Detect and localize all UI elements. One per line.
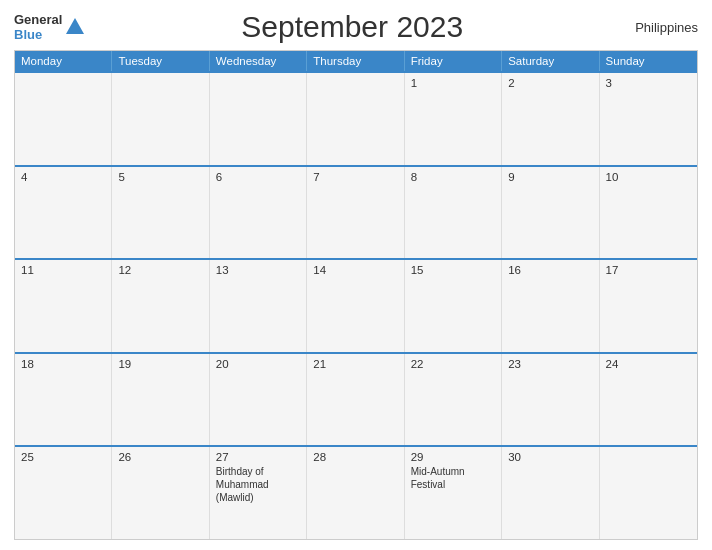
day-number: 12 — [118, 264, 202, 276]
week-row-4: 18192021222324 — [15, 352, 697, 446]
day-cell: 22 — [405, 354, 502, 446]
day-number: 30 — [508, 451, 592, 463]
day-cell — [112, 73, 209, 165]
day-number: 3 — [606, 77, 691, 89]
day-cell: 7 — [307, 167, 404, 259]
day-cell: 17 — [600, 260, 697, 352]
calendar-grid: MondayTuesdayWednesdayThursdayFridaySatu… — [14, 50, 698, 540]
weeks-container: 1234567891011121314151617181920212223242… — [15, 71, 697, 539]
day-cell: 30 — [502, 447, 599, 539]
day-cell: 19 — [112, 354, 209, 446]
day-cell: 6 — [210, 167, 307, 259]
day-number: 15 — [411, 264, 495, 276]
day-number: 20 — [216, 358, 300, 370]
day-number: 23 — [508, 358, 592, 370]
day-cell: 15 — [405, 260, 502, 352]
event-label: Mid-Autumn Festival — [411, 465, 495, 491]
day-number: 13 — [216, 264, 300, 276]
day-cell: 10 — [600, 167, 697, 259]
day-number: 25 — [21, 451, 105, 463]
calendar-title: September 2023 — [86, 10, 618, 44]
day-number: 14 — [313, 264, 397, 276]
day-cell: 9 — [502, 167, 599, 259]
day-number: 1 — [411, 77, 495, 89]
day-number: 27 — [216, 451, 300, 463]
day-number: 16 — [508, 264, 592, 276]
week-row-1: 123 — [15, 71, 697, 165]
week-row-3: 11121314151617 — [15, 258, 697, 352]
day-cell: 11 — [15, 260, 112, 352]
day-cell: 24 — [600, 354, 697, 446]
day-number: 10 — [606, 171, 691, 183]
day-header-tuesday: Tuesday — [112, 51, 209, 71]
day-cell: 3 — [600, 73, 697, 165]
day-header-monday: Monday — [15, 51, 112, 71]
day-header-wednesday: Wednesday — [210, 51, 307, 71]
svg-marker-0 — [66, 18, 84, 34]
country-label: Philippines — [618, 20, 698, 35]
day-headers-row: MondayTuesdayWednesdayThursdayFridaySatu… — [15, 51, 697, 71]
day-number: 4 — [21, 171, 105, 183]
day-number: 6 — [216, 171, 300, 183]
day-cell: 12 — [112, 260, 209, 352]
day-header-saturday: Saturday — [502, 51, 599, 71]
logo: General Blue — [14, 12, 86, 42]
day-cell: 14 — [307, 260, 404, 352]
day-cell — [210, 73, 307, 165]
day-cell: 16 — [502, 260, 599, 352]
week-row-5: 252627Birthday of Muhammad (Mawlid)2829M… — [15, 445, 697, 539]
day-header-sunday: Sunday — [600, 51, 697, 71]
week-row-2: 45678910 — [15, 165, 697, 259]
day-number: 18 — [21, 358, 105, 370]
day-number: 8 — [411, 171, 495, 183]
day-header-thursday: Thursday — [307, 51, 404, 71]
day-cell — [307, 73, 404, 165]
day-cell: 1 — [405, 73, 502, 165]
calendar-page: General Blue September 2023 Philippines … — [0, 0, 712, 550]
header: General Blue September 2023 Philippines — [14, 10, 698, 44]
day-header-friday: Friday — [405, 51, 502, 71]
logo-blue-text: Blue — [14, 27, 42, 42]
event-label: Birthday of Muhammad (Mawlid) — [216, 465, 300, 504]
day-number: 24 — [606, 358, 691, 370]
day-number: 29 — [411, 451, 495, 463]
day-number: 28 — [313, 451, 397, 463]
day-cell: 27Birthday of Muhammad (Mawlid) — [210, 447, 307, 539]
day-cell: 13 — [210, 260, 307, 352]
day-cell: 25 — [15, 447, 112, 539]
day-cell: 21 — [307, 354, 404, 446]
day-number: 22 — [411, 358, 495, 370]
day-number: 9 — [508, 171, 592, 183]
day-number: 19 — [118, 358, 202, 370]
day-cell: 2 — [502, 73, 599, 165]
day-cell: 26 — [112, 447, 209, 539]
day-cell: 5 — [112, 167, 209, 259]
day-cell: 28 — [307, 447, 404, 539]
day-number: 17 — [606, 264, 691, 276]
day-number: 26 — [118, 451, 202, 463]
day-number: 7 — [313, 171, 397, 183]
logo-general-text: General — [14, 12, 62, 27]
day-number: 21 — [313, 358, 397, 370]
day-number: 11 — [21, 264, 105, 276]
day-cell — [15, 73, 112, 165]
day-cell: 18 — [15, 354, 112, 446]
day-cell: 23 — [502, 354, 599, 446]
day-cell: 8 — [405, 167, 502, 259]
day-cell: 4 — [15, 167, 112, 259]
day-cell: 20 — [210, 354, 307, 446]
day-number: 2 — [508, 77, 592, 89]
day-cell — [600, 447, 697, 539]
logo-icon — [64, 16, 86, 38]
day-cell: 29Mid-Autumn Festival — [405, 447, 502, 539]
day-number: 5 — [118, 171, 202, 183]
